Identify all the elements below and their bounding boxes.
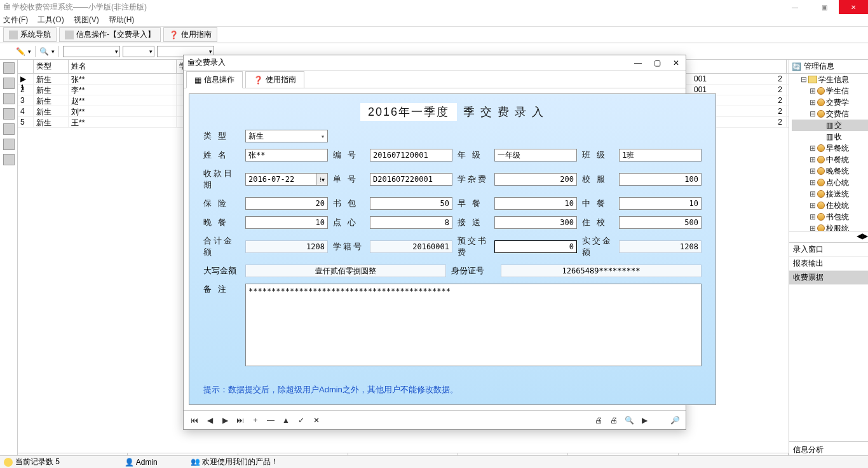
field-remark[interactable] [245,284,702,366]
refresh-icon[interactable]: 🔄 [792,62,801,71]
left-icon-1[interactable] [3,62,15,74]
dialog-tab-guide[interactable]: ❓使用指南 [245,71,304,88]
field-uniform[interactable]: 100 [619,173,702,186]
field-board[interactable]: 500 [619,216,702,229]
menu-view[interactable]: 视图(V) [74,15,99,25]
field-dinner[interactable]: 10 [245,216,328,229]
hint-text: 提示：数据提交后，除超级用户Admin之外，其他用户不能修改数据。 [203,384,702,396]
label-uniform: 校 服 [582,174,614,185]
left-icon-4[interactable] [3,108,15,120]
help-icon: ❓ [254,76,263,85]
view-option[interactable]: 收费票据 [789,271,868,285]
scroll-left-icon[interactable]: ◀ [857,231,862,242]
tree-node[interactable]: ▥收 [792,131,868,142]
field-name[interactable]: 张** [245,149,328,162]
dialog-tool-button[interactable] [654,415,665,426]
tab-info-op[interactable]: 信息操作-【交费录入】 [59,27,161,42]
menu-help[interactable]: 帮助(H) [109,15,135,25]
field-snack[interactable]: 8 [370,216,452,229]
field-lunch[interactable]: 10 [619,197,702,210]
label-prebook: 预交书费 [458,235,489,258]
label-class: 班 级 [582,149,614,161]
window-title: 学校收费管理系统——小学版(非注册版) [12,2,147,13]
tree-node[interactable]: ⊞点心统 [792,177,868,188]
col-name[interactable]: 姓名 [69,60,177,73]
tree-node[interactable]: ⊞学生信 [792,85,868,97]
dialog-tool-button[interactable]: 🔎 [669,415,681,426]
tree-node[interactable]: ▥交 [792,120,868,131]
menu-tools[interactable]: 工具(O) [37,15,64,25]
field-grade[interactable]: 一年级 [494,149,577,162]
left-icon-6[interactable] [3,139,15,150]
label-code: 编 号 [333,149,365,161]
window-max-button[interactable]: ▣ [810,0,839,14]
dialog-tool-button[interactable]: 🖨 [608,415,620,426]
grid-icon: ▦ [194,76,201,85]
field-prebook[interactable]: 0 [494,240,577,253]
dialog-tool-button[interactable]: 🖨 [593,415,604,426]
dialog-max-button[interactable]: ▢ [648,59,667,67]
view-option[interactable]: 录入窗口 [789,243,868,257]
menu-file[interactable]: 文件(F) [3,15,28,25]
filter-op[interactable]: ▾ [123,46,154,57]
tab-usage-guide[interactable]: ❓使用指南 [163,27,217,42]
field-class[interactable]: 1班 [619,149,702,162]
dialog-nav-button[interactable]: ◀ [204,415,215,426]
field-pickup[interactable]: 300 [494,216,577,229]
field-bag[interactable]: 50 [370,197,452,210]
col-type[interactable]: 类型 [34,60,69,73]
search-icon[interactable]: 🔍 [39,47,49,56]
dialog-title: 交费录入 [195,57,226,68]
left-icon-7[interactable] [3,154,15,165]
left-icon-2[interactable] [3,78,15,89]
tree-node[interactable]: ⊞早餐统 [792,142,868,154]
label-misc: 学杂费 [458,174,489,185]
dialog-nav-button[interactable]: ▲ [280,415,292,426]
dialog-close-button[interactable]: ✕ [667,59,686,67]
window-close-button[interactable]: ✕ [839,0,868,14]
dialog-nav-button[interactable]: ⏭ [234,415,246,426]
field-breakfast[interactable]: 10 [494,197,577,210]
window-min-button[interactable]: — [780,0,810,14]
field-misc[interactable]: 200 [494,173,577,186]
dialog-nav-button[interactable]: ⏮ [189,415,200,426]
dialog-nav-button[interactable]: ▶ [219,415,231,426]
dialog-tool-button[interactable]: 🔍 [623,415,635,426]
tree-node[interactable]: ⊟交费信 [792,108,868,120]
tree-node[interactable]: ⊟学生信息 [792,74,868,85]
date-picker-button[interactable]: ⁝▾ [316,173,328,186]
tree-node[interactable]: ⊞中餐统 [792,154,868,165]
label-lunch: 中 餐 [582,198,614,209]
dialog-nav-button[interactable]: ✓ [295,415,307,426]
left-icon-5[interactable] [3,123,15,135]
label-snack: 点 心 [333,217,365,228]
tree-node[interactable]: ⊞住校统 [792,200,868,211]
dialog-tool-button[interactable]: ▶ [639,415,650,426]
dialog-nav-button[interactable]: ✕ [311,415,322,426]
scroll-right-icon[interactable]: ▶ [862,231,868,242]
label-idno: 身份证号 [451,265,496,277]
field-code[interactable]: 201607120001 [370,149,452,162]
tree-node[interactable]: ⊞书包统 [792,211,868,223]
management-tree-panel: 🔄管理信息 ⊟学生信息⊞学生信⊞交费学⊟交费信▥交▥收⊞早餐统⊞中餐统⊞晚餐统⊞… [789,60,868,458]
field-insurance[interactable]: 20 [245,197,328,210]
dialog-tab-info-op[interactable]: ▦信息操作 [186,71,243,88]
tree-node[interactable]: ⊞校服统 [792,223,868,231]
edit-icon[interactable]: ✏️ [16,47,25,56]
field-date[interactable]: 2016-07-22 [245,173,316,186]
tab-system-nav[interactable]: 系统导航 [3,27,57,42]
field-billno[interactable]: D201607220001 [370,173,452,186]
tree-node[interactable]: ⊞接送统 [792,188,868,200]
filter-field-1[interactable]: ▾ [63,46,120,57]
tree-node[interactable]: ⊞交费学 [792,97,868,108]
left-icon-3[interactable] [3,93,15,104]
label-total: 合计金额 [203,235,240,258]
view-option[interactable]: 报表输出 [789,257,868,271]
dialog-nav-button[interactable]: — [265,415,276,426]
management-tree[interactable]: ⊟学生信息⊞学生信⊞交费学⊟交费信▥交▥收⊞早餐统⊞中餐统⊞晚餐统⊞点心统⊞接送… [789,74,868,231]
dialog-nav-button[interactable]: + [250,415,261,426]
field-type[interactable]: 新生 [245,130,328,142]
help-icon: ❓ [169,31,179,39]
tree-node[interactable]: ⊞晚餐统 [792,165,868,177]
dialog-min-button[interactable]: — [628,59,648,67]
